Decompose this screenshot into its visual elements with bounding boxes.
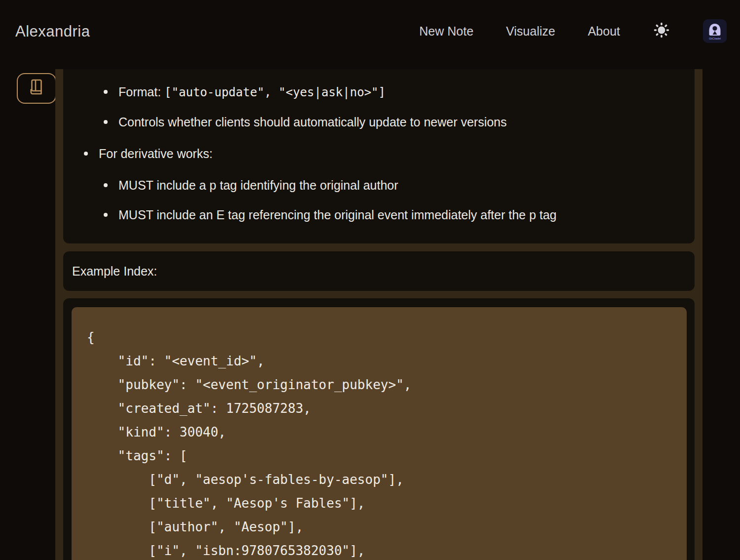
sun-icon [653,21,670,41]
list-item-text: Controls whether clients should automati… [108,113,507,131]
example-index-card: Example Index: [63,251,695,291]
code-line: "tags": [ [87,444,672,468]
nav-link-about[interactable]: About [588,24,620,39]
json-code-block[interactable]: { "id": "<event_id>", "pubkey": "<event_… [72,307,687,560]
navbar-links: New Note Visualize About [419,19,727,43]
list-item-controls: Controls whether clients should automati… [72,113,686,131]
code-line: "kind": 30040, [87,420,672,444]
bullet-dot [104,90,108,94]
inline-code: ["auto-update", "<yes|ask|no>"] [164,85,386,99]
nav-link-visualize[interactable]: Visualize [506,24,555,39]
bullet-dot [104,183,108,187]
bullet-dot [104,120,108,124]
list-item-text: MUST include an E tag referencing the or… [108,206,557,224]
example-index-label: Example Index: [72,264,157,278]
gitcitadel-logo-icon: GitCitadel [703,19,727,43]
list-item-text: Format: ["auto-update", "<yes|ask|no>"] [108,83,386,101]
sidebar-toggle-button[interactable] [17,73,56,104]
main-content-area: Format: ["auto-update", "<yes|ask|no>"] … [55,69,702,560]
app-title[interactable]: Alexandria [15,23,90,40]
book-icon [26,77,47,100]
list-item-must-e-tag: MUST include an E tag referencing the or… [72,206,686,224]
svg-text:GitCitadel: GitCitadel [709,37,721,40]
top-navbar: Alexandria New Note Visualize About [0,0,740,69]
nav-link-new-note[interactable]: New Note [419,24,473,39]
code-line: "created_at": 1725087283, [87,397,672,420]
code-line: "pubkey": "<event_originator_pubkey>", [87,373,672,397]
code-line: ["i", "isbn:9780765382030"], [87,539,672,560]
list-item-format: Format: ["auto-update", "<yes|ask|no>"] [72,83,686,101]
spec-rules-card: Format: ["auto-update", "<yes|ask|no>"] … [63,69,695,243]
bullet-dot [104,213,108,217]
code-example-card: { "id": "<event_id>", "pubkey": "<event_… [63,298,695,560]
list-item-text: For derivative works: [88,145,213,162]
theme-toggle-button[interactable] [653,22,670,40]
code-line: ["d", "aesop's-fables-by-aesop"], [87,468,672,491]
list-item-must-p-tag: MUST include a p tag identifying the ori… [72,176,686,194]
list-item-derivative-works: For derivative works: [72,145,686,162]
list-item-text: MUST include a p tag identifying the ori… [108,176,398,194]
profile-avatar[interactable]: GitCitadel [703,19,727,43]
code-line: ["title", "Aesop's Fables"], [87,491,672,515]
code-line: ["author", "Aesop"], [87,515,672,539]
bullet-dot [84,152,88,156]
code-line: { [87,325,672,349]
code-line: "id": "<event_id>", [87,349,672,373]
